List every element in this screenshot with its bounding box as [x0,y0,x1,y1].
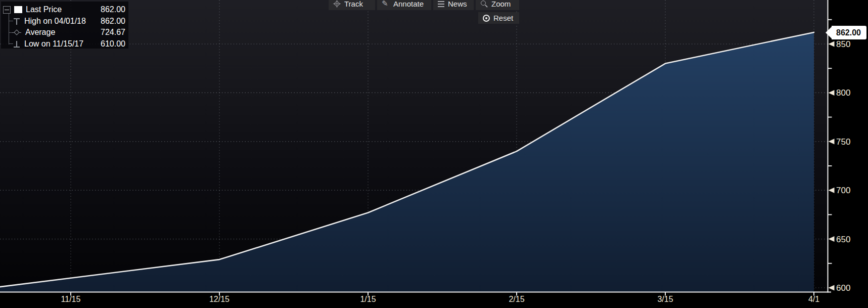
annotate-icon [382,0,390,8]
y-axis-label: 700 [836,186,850,195]
legend-label-last-price: Last Price [26,5,62,14]
zoom-button[interactable]: Zoom [476,0,519,10]
y-axis-label: 750 [836,137,850,147]
chart-legend: Last Price 862.00 High on 04/01/18 862.0… [1,2,128,49]
x-axis-label: 2/15 [509,295,524,303]
news-button-label: News [448,0,467,8]
low-marker-icon [13,41,20,48]
y-axis-label: 600 [836,283,850,293]
y-tick-arrow [829,236,835,242]
last-price-swatch-icon [14,6,22,13]
terminal-chart-panel: 60065070075080085011/1512/151/152/153/15… [0,0,868,308]
y-tick-arrow [829,90,835,96]
legend-row-last-price: Last Price 862.00 [1,4,128,15]
legend-label-low: Low on 11/15/17 [24,39,83,49]
legend-label-high: High on 04/01/18 [24,17,86,26]
legend-value-average: 724.67 [101,28,125,37]
annotate-button-label: Annotate [393,0,424,8]
x-axis-label: 12/15 [209,295,230,303]
price-chart-plot-area[interactable]: 60065070075080085011/1512/151/152/153/15… [0,0,868,308]
y-tick-arrow [829,139,835,144]
y-tick-arrow [829,41,835,47]
y-axis-label: 800 [836,88,850,98]
average-marker-icon [12,29,21,36]
zoom-button-label: Zoom [491,0,511,8]
legend-collapse-toggle[interactable] [3,6,11,14]
y-axis-label: 850 [836,39,850,49]
legend-label-average: Average [25,28,55,37]
news-icon [438,1,444,7]
legend-row-low: Low on 11/15/17 610.00 [1,38,128,50]
last-price-value: 862.00 [836,28,861,37]
reset-icon [483,15,490,22]
y-tick-arrow [829,188,835,193]
x-axis-label: 4/1 [808,295,819,303]
x-axis-label: 3/15 [657,295,673,303]
track-icon [333,0,341,8]
x-axis-label: 1/15 [360,295,376,303]
legend-value-high: 862.00 [101,17,125,26]
legend-row-average: Average 724.67 [1,27,128,38]
zoom-icon [480,0,488,8]
last-price-callout: 862.00 [826,26,866,39]
y-axis-label: 650 [836,235,850,244]
high-marker-icon [13,18,20,25]
legend-value-last-price: 862.00 [101,5,125,14]
track-button[interactable]: Track [329,0,375,10]
annotate-button[interactable]: Annotate [377,0,431,10]
x-axis-label: 11/15 [61,295,81,303]
legend-row-high: High on 04/01/18 862.00 [1,16,128,27]
reset-button-label: Reset [493,14,513,22]
legend-value-low: 610.00 [101,39,125,49]
news-button[interactable]: News [433,0,474,10]
y-tick-arrow [829,285,835,291]
reset-button[interactable]: Reset [478,12,519,24]
area-fill [0,32,814,292]
track-button-label: Track [344,0,363,8]
